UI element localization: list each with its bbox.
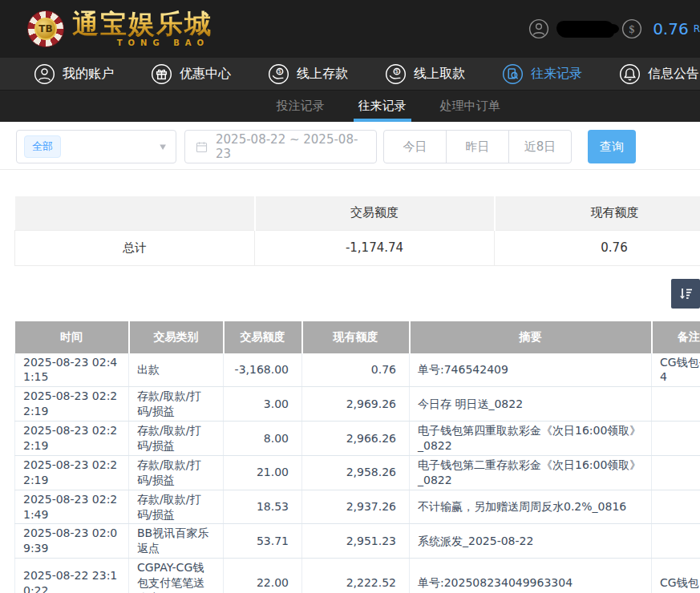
filter-divider bbox=[0, 169, 700, 170]
cell-time: 2025-08-23 02:21:49 bbox=[15, 490, 129, 524]
type-select[interactable]: 全部 ▼ bbox=[16, 130, 176, 163]
cell-remark bbox=[652, 490, 700, 524]
balance-amount: 0.76 bbox=[653, 19, 689, 38]
balance-currency: R bbox=[694, 23, 700, 34]
date-range-input[interactable]: 2025-08-22 ~ 2025-08-23 bbox=[184, 130, 377, 163]
nav-item-label: 信息公告 bbox=[648, 66, 699, 83]
cell-amount: 21.00 bbox=[224, 455, 302, 490]
gift-icon bbox=[151, 63, 172, 85]
cell-summary: 电子钱包第二重存款彩金《次日16:00领取》_0822 bbox=[410, 455, 652, 490]
quick-button-yesterday[interactable]: 昨日 bbox=[446, 130, 509, 163]
nav-item-deposit[interactable]: $线上存款 bbox=[268, 63, 348, 85]
table-row: 2025-08-23 02:22:19存款/取款/打码/损益3.002,969.… bbox=[15, 387, 700, 422]
cell-remark: CG钱包 bbox=[652, 559, 700, 593]
nav-item-label: 往来记录 bbox=[531, 66, 582, 83]
cell-time: 2025-08-23 02:22:19 bbox=[15, 422, 129, 456]
top-header: TB 通宝娱乐城 TONG BAO $ 0.76 R bbox=[0, 0, 700, 58]
withdraw-icon: $ bbox=[385, 63, 407, 85]
chip-tb-monogram: TB bbox=[34, 18, 57, 40]
column-header-balance: 现有额度 bbox=[302, 321, 410, 353]
cell-remark: CG钱包-24 bbox=[652, 353, 700, 387]
cell-time: 2025-08-23 02:22:19 bbox=[15, 387, 129, 422]
cell-balance: 2,951.23 bbox=[302, 524, 410, 559]
nav-item-announcements[interactable]: 信息公告 bbox=[619, 63, 699, 85]
filter-bar: 全部 ▼ 2025-08-22 ~ 2025-08-23 今日昨日近8日 查询 bbox=[16, 130, 700, 163]
deposit-icon: $ bbox=[268, 63, 289, 85]
cell-amount: 3.00 bbox=[224, 387, 302, 422]
nav-item-label: 优惠中心 bbox=[180, 66, 231, 83]
table-row: 2025-08-23 02:41:15出款-3,168.000.76单号:746… bbox=[15, 353, 700, 387]
tab-bet-records[interactable]: 投注记录 bbox=[272, 91, 330, 122]
cell-time: 2025-08-23 02:41:15 bbox=[15, 353, 129, 387]
table-row: 2025-08-23 02:21:49存款/取款/打码/损益18.532,937… bbox=[15, 490, 700, 524]
cell-type: 存款/取款/打码/损益 bbox=[129, 455, 224, 490]
nav-item-label: 我的账户 bbox=[63, 66, 114, 83]
cell-type: BB视讯百家乐返点 bbox=[129, 524, 224, 559]
svg-text:$: $ bbox=[629, 23, 635, 35]
cell-time: 2025-08-22 23:10:22 bbox=[15, 559, 129, 593]
cell-type: 存款/取款/打码/损益 bbox=[129, 387, 224, 422]
summary-total-row: 总计 -1,174.74 0.76 bbox=[15, 230, 700, 265]
svg-text:$: $ bbox=[395, 68, 399, 75]
column-header-summary: 摘要 bbox=[410, 321, 652, 353]
logo-title: 通宝娱乐城 bbox=[72, 10, 212, 37]
records-icon bbox=[502, 63, 524, 85]
tab-transaction-records[interactable]: 往来记录 bbox=[354, 91, 411, 122]
cell-balance: 2,966.26 bbox=[302, 422, 410, 456]
cell-balance: 2,222.52 bbox=[302, 559, 410, 593]
summary-header-balance: 现有额度 bbox=[495, 196, 700, 230]
query-button[interactable]: 查询 bbox=[588, 130, 636, 163]
table-body: 2025-08-23 02:41:15出款-3,168.000.76单号:746… bbox=[15, 353, 700, 593]
nav-item-label: 线上存款 bbox=[297, 66, 348, 83]
cell-amount: 8.00 bbox=[224, 422, 302, 456]
svg-text:$: $ bbox=[278, 68, 281, 75]
table-row: 2025-08-23 02:22:19存款/取款/打码/损益21.002,958… bbox=[15, 455, 700, 490]
cell-summary: 电子钱包第四重取款彩金《次日16:00领取》_0822 bbox=[410, 422, 652, 456]
calendar-icon bbox=[195, 140, 208, 154]
username-redacted[interactable] bbox=[556, 21, 614, 38]
table-row: 2025-08-22 23:10:22CGPAY-CG钱包支付笔笔送优惠22.0… bbox=[15, 559, 700, 593]
sort-descending-button[interactable] bbox=[671, 279, 700, 309]
account-area: $ 0.76 R bbox=[528, 18, 700, 39]
nav-item-withdraw[interactable]: $线上取款 bbox=[385, 63, 465, 85]
cell-type: 存款/取款/打码/损益 bbox=[129, 490, 224, 524]
cell-remark bbox=[652, 524, 700, 559]
table-row: 2025-08-23 02:09:39BB视讯百家乐返点53.712,951.2… bbox=[15, 524, 700, 559]
sub-nav: 投注记录往来记录处理中订单 bbox=[0, 90, 700, 122]
quick-button-today[interactable]: 今日 bbox=[383, 130, 447, 163]
column-header-remark: 备注 bbox=[652, 321, 700, 353]
nav-item-my-account[interactable]: 我的账户 bbox=[34, 63, 114, 85]
cell-type: 存款/取款/打码/损益 bbox=[129, 422, 224, 456]
cell-summary: 单号:202508234049963304 bbox=[410, 559, 652, 593]
cell-time: 2025-08-23 02:22:19 bbox=[15, 455, 129, 490]
summary-table: 交易额度 现有额度 总计 -1,174.74 0.76 bbox=[14, 196, 700, 266]
cell-amount: 18.53 bbox=[224, 490, 302, 524]
cell-summary: 系统派发_2025-08-22 bbox=[410, 524, 652, 559]
date-range-value: 2025-08-22 ~ 2025-08-23 bbox=[216, 132, 366, 161]
summary-header-row: 交易额度 现有额度 bbox=[15, 196, 700, 230]
table-row: 2025-08-23 02:22:19存款/取款/打码/损益8.002,966.… bbox=[15, 422, 700, 456]
column-header-amount: 交易额度 bbox=[224, 321, 302, 353]
summary-header-trade: 交易额度 bbox=[255, 196, 495, 230]
quick-button-last8days[interactable]: 近8日 bbox=[508, 130, 572, 163]
cell-amount: 22.00 bbox=[224, 559, 302, 593]
casino-chip-icon: TB bbox=[27, 10, 64, 47]
type-select-tag: 全部 bbox=[24, 135, 61, 158]
cell-summary: 单号:746542409 bbox=[410, 353, 652, 387]
summary-total-trade: -1,174.74 bbox=[255, 230, 495, 265]
main-nav: 我的账户优惠中心$线上存款$线上取款往来记录信息公告 bbox=[0, 58, 700, 90]
tab-pending-orders[interactable]: 处理中订单 bbox=[435, 91, 505, 122]
nav-item-label: 线上取款 bbox=[414, 66, 465, 83]
user-avatar-icon[interactable] bbox=[528, 18, 549, 39]
table-header-row: 时间交易类别交易额度现有额度摘要备注 bbox=[15, 321, 700, 353]
summary-total-label: 总计 bbox=[15, 230, 255, 265]
logo[interactable]: TB 通宝娱乐城 TONG BAO bbox=[27, 10, 212, 47]
cell-time: 2025-08-23 02:09:39 bbox=[15, 524, 129, 559]
summary-total-balance: 0.76 bbox=[495, 230, 700, 265]
cell-amount: -3,168.00 bbox=[224, 353, 302, 387]
cell-summary: 不计输赢，另加赠送周周反水0.2%_0816 bbox=[410, 490, 652, 524]
cell-type: 出款 bbox=[129, 353, 224, 387]
nav-item-records[interactable]: 往来记录 bbox=[502, 63, 582, 85]
nav-item-promotions[interactable]: 优惠中心 bbox=[151, 63, 231, 85]
cell-balance: 2,969.26 bbox=[302, 387, 410, 422]
